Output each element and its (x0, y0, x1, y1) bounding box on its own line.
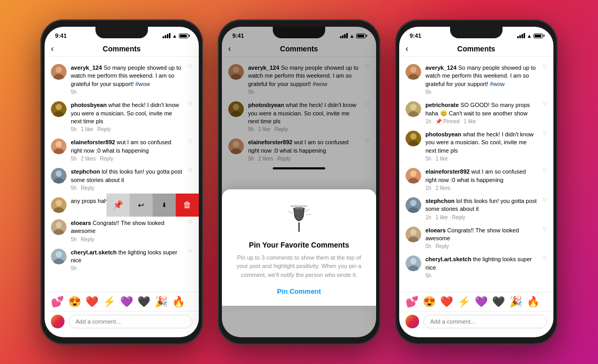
pin-modal: Pin Your Favorite Comments Pin up to 3 c… (222, 189, 376, 306)
svg-point-42 (410, 104, 417, 110)
comment-text: eloears Congrats!! The show looked aweso… (71, 219, 184, 235)
comment-content: cheryl.art.sketch the lighting looks sup… (425, 255, 538, 279)
heart-icon[interactable]: ♡ (188, 168, 193, 174)
comment-meta: 1h 2 likes (425, 185, 538, 191)
heart-icon[interactable]: ♡ (542, 197, 547, 203)
comment-item: petrichorate SO GOOD! So many props haha… (399, 98, 553, 127)
header-1: ‹ Comments (45, 41, 199, 57)
comment-item: eloears Congrats!! The show looked aweso… (399, 223, 553, 253)
emoji-heart[interactable]: ❤️ (440, 295, 453, 308)
emoji-heart[interactable]: ❤️ (86, 295, 99, 308)
emoji-fire[interactable]: 🔥 (527, 295, 540, 308)
emoji-black-heart[interactable]: 🖤 (137, 295, 151, 308)
comment-meta: 5h 1 like Reply (71, 126, 184, 132)
heart-icon[interactable]: ♡ (542, 131, 547, 136)
delete-button[interactable]: 🗑 (176, 194, 199, 217)
svg-point-12 (56, 200, 62, 206)
signal-icon-3 (517, 33, 525, 38)
comment-input-1[interactable] (69, 315, 193, 328)
avatar (51, 219, 67, 235)
avatar (405, 197, 421, 213)
heart-icon[interactable]: ♡ (188, 138, 193, 144)
comment-text: elaineforster892 wut I am so confused ri… (71, 138, 184, 155)
comment-content: stephchon lol this looks fun! you gotta … (71, 168, 184, 191)
heart-icon[interactable]: ♡ (542, 227, 547, 232)
avatar (51, 168, 67, 184)
heart-icon[interactable]: ♡ (542, 168, 547, 174)
back-button-3[interactable]: ‹ (405, 44, 408, 53)
comments-list-1: averyk_124 So many people showed up to w… (45, 57, 199, 292)
comment-meta: 5h 1 like (425, 156, 538, 162)
comment-meta: 1h 1 like Reply (425, 215, 538, 220)
emoji-black-heart[interactable]: 🖤 (492, 295, 505, 308)
comment-content: averyk_124 So many people showed up to w… (425, 64, 538, 95)
heart-icon[interactable]: ♡ (188, 101, 193, 107)
emoji-lightning[interactable]: ⚡ (457, 295, 471, 308)
avatar (405, 64, 421, 80)
heart-icon[interactable]: ♡ (188, 219, 193, 225)
wifi-icon-3: ▲ (527, 33, 532, 39)
comments-list-3: averyk_124 So many people showed up to w… (399, 57, 553, 292)
emoji-purple-heart[interactable]: 💜 (120, 295, 133, 308)
comment-meta: 5h Reply (71, 237, 184, 242)
pin-button[interactable]: 📌 (106, 194, 130, 217)
comment-item: cheryl.art.sketch the lighting looks sup… (45, 245, 199, 275)
comment-input-row-3 (399, 311, 553, 331)
pin-comment-button[interactable]: Pin Comment (232, 287, 366, 295)
pin-icon-svg (283, 202, 315, 233)
comment-content: stephchon lol this looks fun! you gotta … (425, 197, 538, 220)
svg-point-6 (56, 141, 62, 147)
emoji-lightning[interactable]: ⚡ (103, 295, 116, 308)
comment-meta: 5h Reply (71, 185, 184, 191)
heart-icon[interactable]: ♡ (542, 64, 547, 70)
comment-text: petrichorate SO GOOD! So many props haha… (425, 101, 538, 117)
phone-screen-3: 9:41 ▲ ‹ Comments (399, 27, 553, 337)
heart-icon[interactable]: ♡ (188, 249, 193, 254)
emoji-love[interactable]: 💕 (51, 295, 64, 308)
phone-2: 9:41 ▲ ‹ Comments (218, 19, 380, 345)
header-title-3: Comments (457, 45, 495, 53)
comment-text: photosbyean what the heck! I didn't know… (425, 131, 538, 155)
svg-point-3 (56, 104, 62, 110)
download-button[interactable]: ⬇ (153, 194, 176, 217)
emoji-purple-heart[interactable]: 💜 (475, 295, 488, 308)
comment-item: cheryl.art.sketch the lighting looks sup… (399, 252, 553, 282)
comment-item: stephchon lol this looks fun! you gotta … (45, 165, 199, 194)
svg-point-54 (410, 229, 417, 235)
avatar (51, 138, 67, 154)
comment-input-3[interactable] (423, 315, 547, 328)
comment-item: any props haha show ♡ 📌 ↩ ⬇ 🗑 (45, 194, 199, 216)
emoji-party[interactable]: 🎉 (509, 295, 522, 308)
emoji-heart-eyes[interactable]: 😍 (68, 295, 81, 308)
comment-meta: 5h (425, 273, 538, 279)
phone-screen-2: 9:41 ▲ ‹ Comments (222, 27, 376, 337)
pinned-badge: 📌 Pinned (435, 119, 460, 124)
emoji-love[interactable]: 💕 (405, 295, 419, 308)
pin-illustration (232, 202, 366, 235)
user-avatar-3 (405, 315, 419, 328)
comment-text: elaineforster892 wut I am so confused ri… (425, 168, 538, 184)
avatar (405, 101, 421, 117)
comment-item: photosbyean what the heck! I didn't know… (45, 98, 199, 135)
svg-point-51 (410, 200, 417, 206)
heart-icon[interactable]: ♡ (542, 101, 547, 107)
time-1: 9:41 (55, 33, 67, 39)
svg-point-57 (410, 258, 417, 264)
comment-text: cheryl.art.sketch the lighting looks sup… (71, 249, 184, 265)
comment-content: cheryl.art.sketch the lighting looks sup… (71, 249, 184, 272)
emoji-fire[interactable]: 🔥 (172, 295, 185, 308)
status-icons-3: ▲ (517, 33, 543, 39)
emoji-bar-1: 💕 😍 ❤️ ⚡ 💜 🖤 🎉 🔥 (45, 292, 199, 311)
emoji-party[interactable]: 🎉 (155, 295, 168, 308)
heart-icon[interactable]: ♡ (188, 64, 193, 70)
avatar (405, 168, 421, 184)
reply-button[interactable]: ↩ (130, 194, 153, 217)
back-button-1[interactable]: ‹ (51, 44, 54, 53)
heart-icon[interactable]: ♡ (542, 255, 547, 261)
phone-3: 9:41 ▲ ‹ Comments (395, 19, 558, 345)
emoji-heart-eyes[interactable]: 😍 (423, 295, 436, 308)
comment-text: photosbyean what the heck! I didn't know… (71, 101, 184, 125)
avatar (405, 255, 421, 271)
svg-point-1 (54, 74, 64, 80)
comment-content: elaineforster892 wut I am so confused ri… (71, 138, 184, 162)
